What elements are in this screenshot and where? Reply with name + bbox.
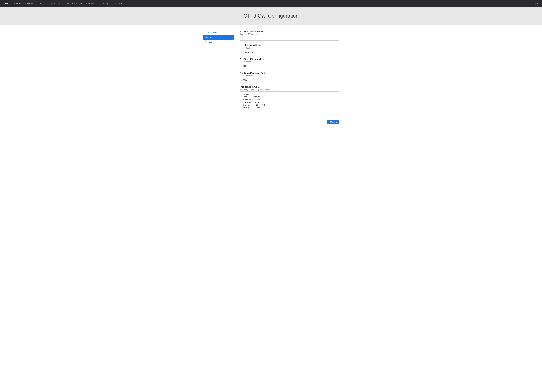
page-title: CTFd Owl Configuration [3, 13, 539, 19]
sidebar-containers[interactable]: Containers [202, 40, 234, 44]
frp-http-domain-hint: Container URL to show [240, 33, 340, 35]
frp-direct-ip-label: Frp Direct IP Address [240, 44, 340, 47]
content-wrapper: Docker Settings FRP Settings Containers … [200, 25, 342, 130]
form-area: Frp Http Domain Suffix Container URL to … [240, 30, 340, 124]
frp-direct-ip-group: Frp Direct IP Address For direct redirec… [240, 44, 340, 54]
frpc-template-textarea[interactable]: [common] token = random_this server_addr… [240, 91, 340, 116]
nav-plugins[interactable]: Plugins ▾ [113, 2, 124, 5]
page-header: CTFd Owl Configuration [0, 7, 542, 25]
nav-scoreboard[interactable]: Scoreboard [57, 2, 70, 5]
nav-notifications[interactable]: Notifications [24, 2, 37, 5]
sidebar: Docker Settings FRP Settings Containers [202, 30, 234, 124]
form-actions: Update [240, 120, 340, 124]
submissions-chevron-icon: ▾ [98, 3, 98, 5]
frp-max-port-hint: For direct redirect [240, 75, 340, 77]
brand-link[interactable]: CTFd [3, 2, 9, 5]
nav-statistics[interactable]: Statistics [12, 2, 23, 5]
pages-chevron-icon: ▾ [46, 3, 47, 5]
nav-users[interactable]: Users [49, 2, 57, 5]
nav-pages[interactable]: Pages ▾ [38, 2, 48, 5]
nav-challenges[interactable]: Challenges [71, 2, 84, 5]
help-icon[interactable]: ? [535, 2, 539, 5]
frpc-template-label: Frpc config template [240, 85, 340, 88]
update-button[interactable]: Update [327, 120, 340, 124]
frp-min-port-label: Frp Direct Minimum Port [240, 58, 340, 60]
frp-max-port-group: Frp Direct Maximum Port For direct redir… [240, 72, 340, 82]
nav-submissions[interactable]: Submissions ▾ [84, 2, 100, 5]
frpc-template-group: Frpc config template Frpc config templat… [240, 85, 340, 116]
frp-direct-ip-hint: For direct redirect [240, 47, 340, 49]
frp-min-port-group: Frp Direct Minimum Port For direct redir… [240, 58, 340, 68]
plugins-chevron-icon: ▾ [121, 3, 122, 5]
frp-http-domain-label: Frp Http Domain Suffix [240, 30, 340, 33]
frp-min-port-hint: For direct redirect [240, 61, 340, 63]
frpc-template-hint: Frpc config template, only need common s… [240, 89, 340, 90]
frp-http-domain-input[interactable] [240, 36, 340, 41]
frp-direct-ip-input[interactable] [240, 50, 340, 54]
frp-max-port-input[interactable] [240, 78, 340, 82]
sidebar-docker-settings[interactable]: Docker Settings [202, 30, 234, 35]
nav-items: Statistics Notifications Pages ▾ Users S… [12, 2, 535, 5]
nav-right: ? [535, 2, 539, 5]
frp-max-port-label: Frp Direct Maximum Port [240, 72, 340, 74]
frp-min-port-input[interactable] [240, 64, 340, 68]
main-content: Docker Settings FRP Settings Containers … [0, 25, 542, 392]
frp-http-domain-group: Frp Http Domain Suffix Container URL to … [240, 30, 340, 41]
navbar: CTFd Statistics Notifications Pages ▾ Us… [0, 0, 542, 7]
nav-config[interactable]: Config [100, 2, 109, 5]
nav-divider: | [110, 2, 112, 5]
sidebar-frp-settings[interactable]: FRP Settings [202, 35, 234, 40]
